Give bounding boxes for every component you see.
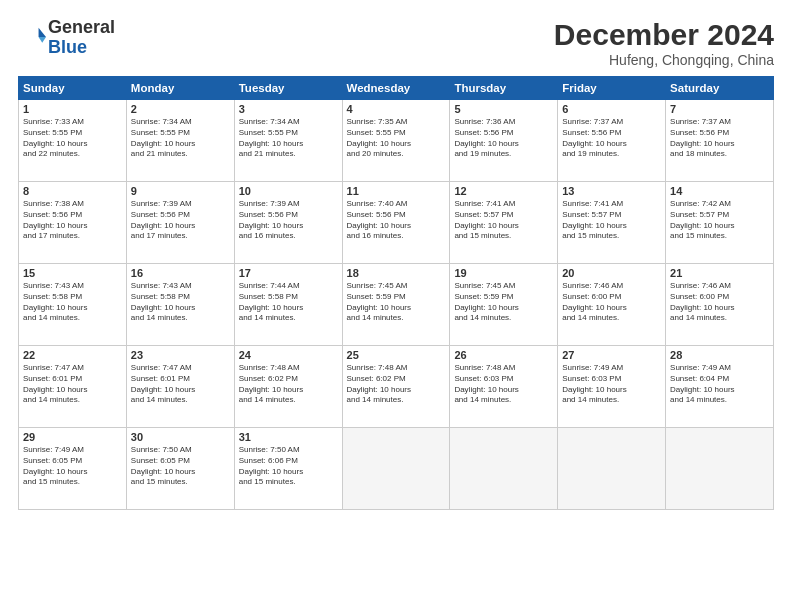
day-number: 9 [131, 185, 230, 197]
cell-info: Sunrise: 7:50 AM Sunset: 6:05 PM Dayligh… [131, 445, 230, 488]
table-row: 8Sunrise: 7:38 AM Sunset: 5:56 PM Daylig… [19, 182, 127, 264]
cell-info: Sunrise: 7:44 AM Sunset: 5:58 PM Dayligh… [239, 281, 338, 324]
table-row: 28Sunrise: 7:49 AM Sunset: 6:04 PM Dayli… [666, 346, 774, 428]
cell-info: Sunrise: 7:37 AM Sunset: 5:56 PM Dayligh… [670, 117, 769, 160]
day-number: 19 [454, 267, 553, 279]
table-row [558, 428, 666, 510]
cell-info: Sunrise: 7:39 AM Sunset: 5:56 PM Dayligh… [239, 199, 338, 242]
col-wednesday: Wednesday [342, 77, 450, 100]
table-row: 3Sunrise: 7:34 AM Sunset: 5:55 PM Daylig… [234, 100, 342, 182]
table-row [450, 428, 558, 510]
table-row: 24Sunrise: 7:48 AM Sunset: 6:02 PM Dayli… [234, 346, 342, 428]
day-number: 26 [454, 349, 553, 361]
table-row [342, 428, 450, 510]
cell-info: Sunrise: 7:48 AM Sunset: 6:03 PM Dayligh… [454, 363, 553, 406]
logo-text: General Blue [48, 18, 115, 58]
table-row: 25Sunrise: 7:48 AM Sunset: 6:02 PM Dayli… [342, 346, 450, 428]
day-number: 6 [562, 103, 661, 115]
table-row: 30Sunrise: 7:50 AM Sunset: 6:05 PM Dayli… [126, 428, 234, 510]
day-number: 22 [23, 349, 122, 361]
cell-info: Sunrise: 7:48 AM Sunset: 6:02 PM Dayligh… [347, 363, 446, 406]
title-block: December 2024 Hufeng, Chongqing, China [554, 18, 774, 68]
day-number: 15 [23, 267, 122, 279]
logo-icon [18, 24, 46, 52]
day-number: 18 [347, 267, 446, 279]
cell-info: Sunrise: 7:49 AM Sunset: 6:03 PM Dayligh… [562, 363, 661, 406]
table-row: 17Sunrise: 7:44 AM Sunset: 5:58 PM Dayli… [234, 264, 342, 346]
cell-info: Sunrise: 7:36 AM Sunset: 5:56 PM Dayligh… [454, 117, 553, 160]
day-number: 3 [239, 103, 338, 115]
cell-info: Sunrise: 7:43 AM Sunset: 5:58 PM Dayligh… [23, 281, 122, 324]
cell-info: Sunrise: 7:49 AM Sunset: 6:05 PM Dayligh… [23, 445, 122, 488]
table-row: 31Sunrise: 7:50 AM Sunset: 6:06 PM Dayli… [234, 428, 342, 510]
cell-info: Sunrise: 7:47 AM Sunset: 6:01 PM Dayligh… [23, 363, 122, 406]
day-number: 14 [670, 185, 769, 197]
col-thursday: Thursday [450, 77, 558, 100]
header: General Blue December 2024 Hufeng, Chong… [18, 18, 774, 68]
calendar: Sunday Monday Tuesday Wednesday Thursday… [18, 76, 774, 510]
col-saturday: Saturday [666, 77, 774, 100]
day-number: 2 [131, 103, 230, 115]
month-title: December 2024 [554, 18, 774, 52]
cell-info: Sunrise: 7:49 AM Sunset: 6:04 PM Dayligh… [670, 363, 769, 406]
table-row: 21Sunrise: 7:46 AM Sunset: 6:00 PM Dayli… [666, 264, 774, 346]
cell-info: Sunrise: 7:46 AM Sunset: 6:00 PM Dayligh… [670, 281, 769, 324]
cell-info: Sunrise: 7:41 AM Sunset: 5:57 PM Dayligh… [454, 199, 553, 242]
day-number: 21 [670, 267, 769, 279]
cell-info: Sunrise: 7:48 AM Sunset: 6:02 PM Dayligh… [239, 363, 338, 406]
day-number: 30 [131, 431, 230, 443]
table-row: 12Sunrise: 7:41 AM Sunset: 5:57 PM Dayli… [450, 182, 558, 264]
day-number: 10 [239, 185, 338, 197]
table-row: 5Sunrise: 7:36 AM Sunset: 5:56 PM Daylig… [450, 100, 558, 182]
day-number: 1 [23, 103, 122, 115]
table-row: 16Sunrise: 7:43 AM Sunset: 5:58 PM Dayli… [126, 264, 234, 346]
table-row: 11Sunrise: 7:40 AM Sunset: 5:56 PM Dayli… [342, 182, 450, 264]
day-number: 16 [131, 267, 230, 279]
cell-info: Sunrise: 7:35 AM Sunset: 5:55 PM Dayligh… [347, 117, 446, 160]
cell-info: Sunrise: 7:41 AM Sunset: 5:57 PM Dayligh… [562, 199, 661, 242]
day-number: 28 [670, 349, 769, 361]
calendar-row: 1Sunrise: 7:33 AM Sunset: 5:55 PM Daylig… [19, 100, 774, 182]
table-row: 22Sunrise: 7:47 AM Sunset: 6:01 PM Dayli… [19, 346, 127, 428]
day-number: 20 [562, 267, 661, 279]
table-row: 13Sunrise: 7:41 AM Sunset: 5:57 PM Dayli… [558, 182, 666, 264]
cell-info: Sunrise: 7:37 AM Sunset: 5:56 PM Dayligh… [562, 117, 661, 160]
cell-info: Sunrise: 7:34 AM Sunset: 5:55 PM Dayligh… [239, 117, 338, 160]
table-row: 18Sunrise: 7:45 AM Sunset: 5:59 PM Dayli… [342, 264, 450, 346]
table-row: 1Sunrise: 7:33 AM Sunset: 5:55 PM Daylig… [19, 100, 127, 182]
header-row: Sunday Monday Tuesday Wednesday Thursday… [19, 77, 774, 100]
cell-info: Sunrise: 7:34 AM Sunset: 5:55 PM Dayligh… [131, 117, 230, 160]
table-row: 23Sunrise: 7:47 AM Sunset: 6:01 PM Dayli… [126, 346, 234, 428]
day-number: 29 [23, 431, 122, 443]
table-row: 4Sunrise: 7:35 AM Sunset: 5:55 PM Daylig… [342, 100, 450, 182]
day-number: 23 [131, 349, 230, 361]
logo-line2: Blue [48, 38, 115, 58]
day-number: 5 [454, 103, 553, 115]
day-number: 13 [562, 185, 661, 197]
cell-info: Sunrise: 7:45 AM Sunset: 5:59 PM Dayligh… [347, 281, 446, 324]
table-row: 20Sunrise: 7:46 AM Sunset: 6:00 PM Dayli… [558, 264, 666, 346]
cell-info: Sunrise: 7:47 AM Sunset: 6:01 PM Dayligh… [131, 363, 230, 406]
day-number: 31 [239, 431, 338, 443]
cell-info: Sunrise: 7:39 AM Sunset: 5:56 PM Dayligh… [131, 199, 230, 242]
table-row: 7Sunrise: 7:37 AM Sunset: 5:56 PM Daylig… [666, 100, 774, 182]
svg-marker-0 [39, 28, 46, 37]
cell-info: Sunrise: 7:45 AM Sunset: 5:59 PM Dayligh… [454, 281, 553, 324]
cell-info: Sunrise: 7:43 AM Sunset: 5:58 PM Dayligh… [131, 281, 230, 324]
day-number: 24 [239, 349, 338, 361]
day-number: 27 [562, 349, 661, 361]
svg-marker-1 [39, 37, 46, 43]
table-row: 10Sunrise: 7:39 AM Sunset: 5:56 PM Dayli… [234, 182, 342, 264]
table-row: 15Sunrise: 7:43 AM Sunset: 5:58 PM Dayli… [19, 264, 127, 346]
calendar-row: 8Sunrise: 7:38 AM Sunset: 5:56 PM Daylig… [19, 182, 774, 264]
day-number: 7 [670, 103, 769, 115]
col-sunday: Sunday [19, 77, 127, 100]
cell-info: Sunrise: 7:38 AM Sunset: 5:56 PM Dayligh… [23, 199, 122, 242]
day-number: 17 [239, 267, 338, 279]
location: Hufeng, Chongqing, China [554, 52, 774, 68]
day-number: 8 [23, 185, 122, 197]
col-monday: Monday [126, 77, 234, 100]
calendar-row: 22Sunrise: 7:47 AM Sunset: 6:01 PM Dayli… [19, 346, 774, 428]
logo: General Blue [18, 18, 115, 58]
calendar-row: 15Sunrise: 7:43 AM Sunset: 5:58 PM Dayli… [19, 264, 774, 346]
